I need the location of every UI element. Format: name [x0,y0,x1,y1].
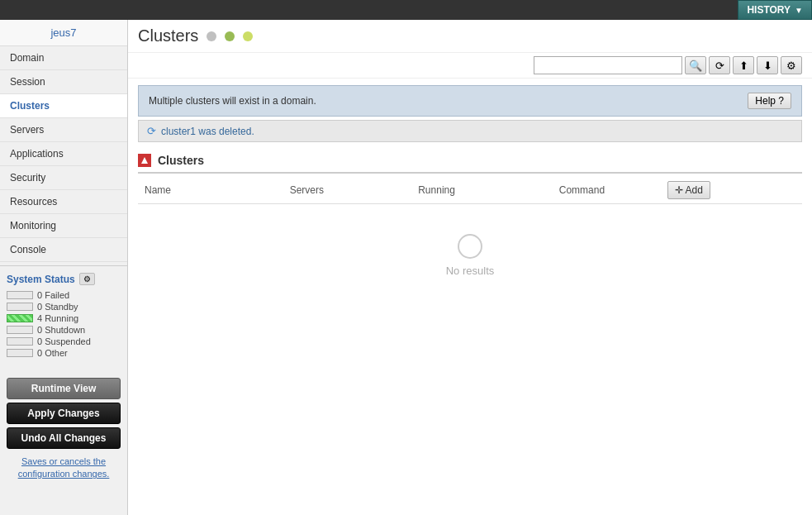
status-count-running: 4 Running [37,313,78,323]
history-label: HISTORY [747,4,791,16]
status-row-suspended: 0 Suspended [7,336,121,346]
status-count-suspended: 0 Suspended [37,336,91,346]
clusters-table: Name Servers Running Command ✛ Add [138,177,802,307]
status-bar-running [7,314,33,322]
import-button[interactable]: ⬇ [757,56,778,74]
username-label: jeus7 [0,20,127,46]
nav-item-security[interactable]: Security [0,166,127,190]
nav-item-console[interactable]: Console [0,238,127,262]
notification-text: cluster1 was deleted. [161,126,254,137]
nav-item-applications[interactable]: Applications [0,142,127,166]
add-cluster-button[interactable]: ✛ Add [667,181,710,199]
help-button[interactable]: Help ? [748,93,791,109]
clusters-icon [138,154,151,167]
apply-changes-button[interactable]: Apply Changes [7,403,121,424]
nav-item-clusters[interactable]: Clusters [0,94,127,118]
history-button[interactable]: HISTORY ▼ [738,0,812,20]
status-bar-shutdown [7,326,33,334]
runtime-view-button[interactable]: Runtime View [7,378,121,399]
decorative-dot-2 [225,31,235,41]
status-bar-other [7,349,33,357]
col-header-command: Command [503,177,660,204]
chevron-down-icon: ▼ [795,6,803,15]
nav-item-servers[interactable]: Servers [0,118,127,142]
status-row-failed: 0 Failed [7,290,121,300]
toolbar: 🔍 ⟳ ⬆ ⬇ ⚙ [128,53,812,79]
system-status-toggle-button[interactable]: ⚙ [79,273,95,285]
col-header-name: Name [138,177,244,204]
col-header-add: ✛ Add [661,177,802,204]
page-title: Clusters [138,26,198,45]
refresh-button[interactable]: ⟳ [709,56,730,74]
no-results-row: No results [138,204,802,308]
undo-changes-button[interactable]: Undo All Changes [7,427,121,449]
col-header-running: Running [370,177,504,204]
refresh-icon: ⟳ [147,125,156,137]
nav-item-resources[interactable]: Resources [0,190,127,214]
notification-bar: ⟳ cluster1 was deleted. [138,120,802,142]
no-results-circle [458,234,482,259]
status-row-standby: 0 Standby [7,302,121,312]
nav-item-domain[interactable]: Domain [0,46,127,70]
system-status-title: System Status [7,274,75,285]
status-bar-suspended [7,337,33,346]
no-results: No results [145,209,795,302]
system-status-section: System Status ⚙ 0 Failed 0 Standby 4 Run… [0,265,127,366]
clusters-section-title: Clusters [158,154,204,167]
clusters-section: Clusters Name Servers Running Command ✛ … [138,149,802,307]
search-button[interactable]: 🔍 [685,56,706,74]
nav-item-session[interactable]: Session [0,70,127,94]
main-content: Clusters 🔍 ⟳ ⬆ ⬇ ⚙ Multiple clusters wil… [128,20,812,515]
search-input[interactable] [534,56,682,74]
export-button[interactable]: ⬆ [733,56,754,74]
sidebar-buttons: Runtime View Apply Changes Undo All Chan… [0,371,127,491]
info-bar-text: Multiple clusters will exist in a domain… [149,95,316,107]
status-count-standby: 0 Standby [37,302,78,312]
no-results-text: No results [145,265,795,277]
status-bar-failed [7,291,33,299]
settings-button[interactable]: ⚙ [781,56,802,74]
decorative-dot-3 [243,31,253,41]
status-count-shutdown: 0 Shutdown [37,325,85,335]
status-count-failed: 0 Failed [37,290,69,300]
status-bar-standby [7,303,33,311]
clusters-section-header: Clusters [138,149,802,174]
info-bar: Multiple clusters will exist in a domain… [138,85,802,117]
no-results-cell: No results [138,204,802,308]
add-label: Add [686,184,703,196]
sidebar: jeus7 Domain Session Clusters Servers Ap… [0,20,128,515]
top-bar: HISTORY ▼ [0,0,812,20]
nav-item-monitoring[interactable]: Monitoring [0,214,127,238]
col-header-servers: Servers [244,177,370,204]
status-row-running: 4 Running [7,313,121,323]
main-layout: jeus7 Domain Session Clusters Servers Ap… [0,20,812,515]
add-icon: ✛ [675,184,683,196]
status-count-other: 0 Other [37,348,68,358]
status-row-shutdown: 0 Shutdown [7,325,121,335]
decorative-dot-1 [207,31,216,41]
system-status-header: System Status ⚙ [7,273,121,285]
saves-link[interactable]: Saves or cancels the configuration chang… [7,452,121,484]
main-header: Clusters [128,20,812,53]
status-row-other: 0 Other [7,348,121,358]
